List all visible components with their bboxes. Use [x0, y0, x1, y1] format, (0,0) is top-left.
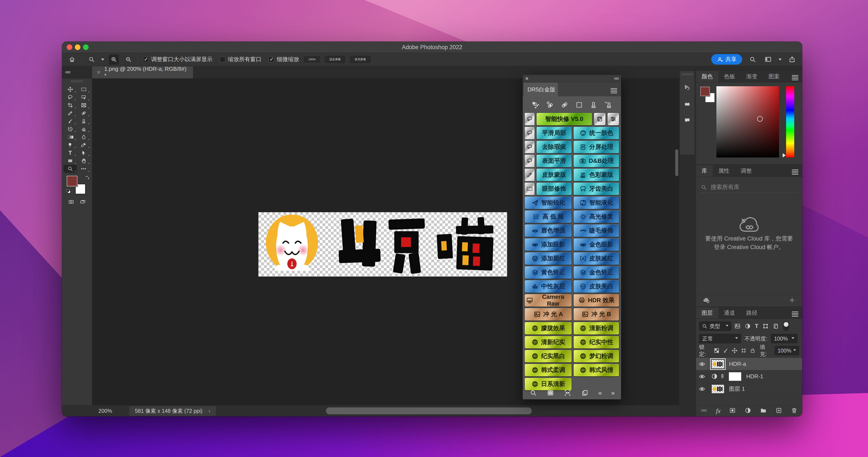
- blend-mode-select[interactable]: 正常: [699, 334, 741, 343]
- plugin-header[interactable]: × ««: [523, 75, 621, 83]
- plugin-button-唇色增强[interactable]: 唇色增强: [525, 224, 572, 237]
- add-mask-icon[interactable]: [729, 407, 736, 415]
- artboard-icon[interactable]: [741, 348, 747, 353]
- plugin-button-Camera Raw[interactable]: Camera Raw: [525, 294, 572, 307]
- tool-blur[interactable]: [77, 133, 91, 141]
- new-layer-icon[interactable]: [775, 407, 782, 415]
- tool-healing[interactable]: [77, 109, 91, 117]
- plugin-button-冲 光 B[interactable]: 冲 光 B: [574, 308, 619, 321]
- plugin-button-韩式风情[interactable]: 韩式风情: [574, 364, 619, 376]
- plugin-chip-lasso[interactable]: [525, 154, 535, 167]
- selection-icon[interactable]: [575, 101, 583, 109]
- document-tab[interactable]: × 1.png @ 200% (HDR-a, RGB/8#) *: [92, 66, 193, 78]
- collapse-icon[interactable]: ««: [614, 75, 618, 81]
- plugin-button-中性灰层[interactable]: 中性灰层: [525, 280, 572, 293]
- layer-visibility-icon[interactable]: [696, 383, 708, 395]
- layer-visibility-icon[interactable]: [696, 370, 708, 382]
- image-filter-icon[interactable]: [734, 323, 741, 329]
- tab-色板[interactable]: 色板: [718, 71, 741, 82]
- collapse-tools-icon[interactable]: ««: [65, 68, 70, 75]
- plugin-button-色彩蒙版[interactable]: 色彩蒙版: [574, 168, 619, 181]
- export-icon[interactable]: [787, 55, 797, 64]
- layer-visibility-icon[interactable]: [696, 358, 708, 370]
- lock-icon[interactable]: [750, 348, 756, 353]
- layer-thumbnail[interactable]: [711, 384, 724, 394]
- panel-grip[interactable]: [682, 73, 693, 75]
- frame-sel-icon[interactable]: [762, 323, 769, 329]
- duplicate-icon[interactable]: [581, 389, 588, 397]
- adjustment-layer-icon[interactable]: [744, 407, 751, 415]
- history-icon[interactable]: [684, 84, 691, 91]
- tab-通道[interactable]: 通道: [718, 307, 741, 319]
- hue-slider-arrow[interactable]: [783, 153, 788, 158]
- tab-颜色[interactable]: 颜色: [696, 71, 718, 82]
- plugin-button-眼部修饰[interactable]: 眼部修饰: [536, 182, 572, 195]
- panel-menu-icon[interactable]: [792, 311, 798, 318]
- collapse-left-icon[interactable]: «: [598, 389, 601, 397]
- plugin-chip-lasso[interactable]: [525, 126, 535, 139]
- healing-icon[interactable]: [560, 101, 569, 109]
- panel-menu-icon[interactable]: [792, 169, 798, 175]
- screen-mode-icon[interactable]: [80, 199, 86, 206]
- pattern-stamp-icon[interactable]: [604, 101, 612, 109]
- opacity-select[interactable]: 100%: [771, 334, 798, 343]
- plugin-button-去除瑕疵[interactable]: 去除瑕疵: [536, 141, 572, 153]
- tool-eyedropper[interactable]: [63, 109, 77, 117]
- document-info[interactable]: 581 像素 x 148 像素 (72 ppi) ›: [129, 406, 216, 416]
- plugin-button-朦胧效果[interactable]: 朦胧效果: [525, 322, 572, 335]
- tool-object-select[interactable]: [77, 93, 91, 101]
- tool-history-brush[interactable]: [63, 125, 77, 133]
- zoom-in-button[interactable]: [109, 55, 119, 64]
- tool-pen[interactable]: [77, 141, 91, 149]
- brush-icon[interactable]: [723, 348, 728, 353]
- option-checkbox-3[interactable]: 细微缩放: [269, 56, 299, 63]
- plugin-button-智能锐化[interactable]: 智能锐化: [525, 196, 572, 209]
- plugin-button-统一肤色[interactable]: 统一肤色: [574, 126, 619, 139]
- add-library-icon[interactable]: [788, 296, 796, 305]
- plugin-button-纪实中性[interactable]: 纪实中性: [574, 336, 619, 349]
- plugin-button-皮肤减红[interactable]: 皮肤减红: [574, 252, 619, 265]
- tool-type[interactable]: T: [63, 149, 77, 157]
- panel-grip[interactable]: [62, 79, 92, 82]
- tool-move[interactable]: [63, 85, 77, 93]
- tab-图案[interactable]: 图案: [763, 71, 785, 82]
- plugin-button-梦幻粉调[interactable]: 梦幻粉调: [574, 350, 619, 363]
- plugin-button-表面平滑[interactable]: 表面平滑: [536, 154, 572, 167]
- tool-brush[interactable]: [63, 117, 77, 125]
- fill-select[interactable]: 100%: [775, 346, 799, 355]
- tool-ellipsis[interactable]: •••: [77, 165, 91, 173]
- plugin-button-黄色矫正[interactable]: 黄色矫正: [525, 266, 572, 279]
- search-icon[interactable]: [748, 55, 757, 64]
- chevron-down-icon[interactable]: [779, 59, 782, 62]
- chevron-right-icon[interactable]: ›: [209, 408, 210, 414]
- tab-路径[interactable]: 路径: [741, 307, 763, 319]
- split-view-icon[interactable]: [547, 389, 554, 397]
- delete-layer-icon[interactable]: [791, 407, 798, 415]
- plugin-chip-lasso[interactable]: [525, 141, 535, 153]
- collapse-right-icon[interactable]: »: [611, 389, 614, 397]
- plugin-button-纪实黑白[interactable]: 纪实黑白: [525, 350, 572, 363]
- plugin-button-冲 光 A[interactable]: 冲 光 A: [525, 308, 572, 321]
- new-group-icon[interactable]: [760, 407, 767, 415]
- foreground-color-swatch[interactable]: [700, 87, 710, 96]
- fill-screen-button[interactable]: 填充屏幕: [350, 56, 370, 63]
- option-checkbox-2[interactable]: 缩放所有窗口: [220, 56, 261, 63]
- library-search[interactable]: [701, 181, 798, 193]
- plugin-button-清新粉调[interactable]: 清新粉调: [574, 322, 619, 335]
- layer-style-icon[interactable]: fx: [716, 407, 721, 415]
- plugin-button-高光修复[interactable]: 高光修复: [574, 210, 619, 223]
- panel-menu-icon[interactable]: [792, 74, 798, 81]
- plugin-extra-layers-stack[interactable]: [594, 113, 606, 125]
- plugin-button-添加眼影[interactable]: 添加眼影: [525, 238, 572, 251]
- tool-crop[interactable]: [63, 101, 77, 109]
- library-search-input[interactable]: [710, 184, 787, 191]
- panel-menu-icon[interactable]: [611, 87, 617, 94]
- document-image[interactable]: [258, 212, 507, 277]
- plugins-icon[interactable]: [684, 101, 691, 108]
- plugin-button-HDR 效果[interactable]: HDR 效果: [574, 294, 619, 307]
- tab-渐变[interactable]: 渐变: [741, 71, 763, 82]
- plugin-button-韩式柔调[interactable]: 韩式柔调: [525, 364, 572, 376]
- plugin-button-金色矫正[interactable]: 金色矫正: [574, 266, 619, 279]
- checker-icon[interactable]: [714, 348, 720, 353]
- share-button[interactable]: 共享: [711, 54, 742, 64]
